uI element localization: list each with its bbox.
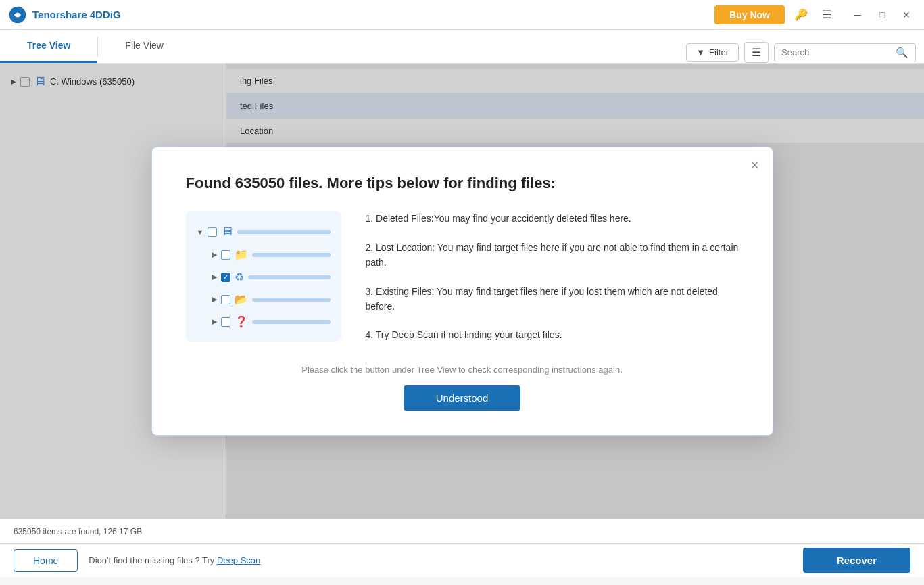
modal-close-button[interactable]: × [751,158,759,172]
modal-illustration: ▼ 🖥 ▶ 📁 ▶ ✓ [186,211,341,342]
tip-3: 4. Try Deep Scan if not finding your tar… [366,327,739,342]
statusbar-text: 635050 items are found, 126.17 GB [14,527,142,536]
illus-check-3 [221,295,230,304]
bottombar: Home Didn't find the missing files ? Try… [0,543,924,577]
understood-button[interactable]: Understood [404,385,521,411]
illus-folder-4: ❓ [235,315,248,328]
illus-row-0: ▼ 🖥 [197,225,331,239]
modal-dialog: × Found 635050 files. More tips below fo… [151,147,773,435]
close-button[interactable]: ✕ [897,5,916,24]
list-view-button[interactable]: ☰ [744,42,769,63]
illus-arrow-3: ▶ [212,295,217,304]
illus-arrow-1: ▶ [212,250,217,259]
illus-line-4 [252,320,331,324]
app-name: Tenorshare 4DDiG [32,9,121,20]
illus-check-1 [221,250,230,260]
search-box[interactable]: 🔍 [774,43,916,62]
modal-body: ▼ 🖥 ▶ 📁 ▶ ✓ [186,211,739,342]
titlebar-actions: Buy Now 🔑 ☰ ─ □ ✕ [714,5,916,24]
tip-2: 3. Existing Files: You may find target f… [366,284,739,314]
illus-line-3 [252,298,331,302]
app-logo-icon [8,5,27,24]
illus-row-3: ▶ 📂 [197,293,331,306]
maximize-button[interactable]: □ [873,5,892,24]
illus-arrow-4: ▶ [212,317,217,326]
menu-icon[interactable]: ☰ [817,5,836,24]
filter-icon: ▼ [696,47,705,57]
home-button[interactable]: Home [14,549,78,572]
illus-row-1: ▶ 📁 [197,248,331,261]
illus-line-0 [237,230,330,234]
tip-0: 1. Deleted Files:You may find your accid… [366,211,739,226]
modal-footer: Please click the button under Tree View … [186,365,739,411]
illus-line-1 [252,253,331,257]
tabbar: Tree View File View ▼ Filter ☰ 🔍 [0,30,924,64]
illus-line-2 [248,275,331,279]
tip-1: 2. Lost Location: You may find target fi… [366,240,739,271]
main-area: ▶ 🖥 C: Windows (635050) ing Files ted Fi… [0,64,924,519]
tab-tree-view[interactable]: Tree View [0,30,97,63]
modal-overlay: × Found 635050 files. More tips below fo… [0,64,924,519]
illus-folder-2: ♻ [235,271,244,283]
deep-scan-link[interactable]: Deep Scan [217,555,260,565]
filter-button[interactable]: ▼ Filter [686,43,739,62]
illus-check-0 [208,227,217,237]
tabbar-right: ▼ Filter ☰ 🔍 [678,42,924,63]
modal-tips: 1. Deleted Files:You may find your accid… [366,211,739,342]
key-icon[interactable]: 🔑 [792,5,810,24]
illus-row-4: ▶ ❓ [197,315,331,328]
window-controls: ─ □ ✕ [848,5,916,24]
tab-file-view[interactable]: File View [98,30,191,63]
illus-folder-0: 🖥 [221,225,233,239]
illus-check-2: ✓ [221,273,230,282]
illus-folder-1: 📁 [235,248,248,261]
list-icon: ☰ [752,47,761,58]
buy-now-button[interactable]: Buy Now [714,5,785,24]
app-logo: Tenorshare 4DDiG [8,5,121,24]
search-icon: 🔍 [896,47,908,59]
illus-arrow-2: ▶ [212,273,217,281]
modal-title: Found 635050 files. More tips below for … [186,174,739,192]
minimize-button[interactable]: ─ [848,5,867,24]
illus-check-4 [221,317,230,327]
illus-arrow-0: ▼ [197,228,204,236]
statusbar: 635050 items are found, 126.17 GB [0,519,924,543]
recover-button[interactable]: Recover [803,548,910,573]
bottom-hint: Didn't find the missing files ? Try Deep… [89,555,263,565]
footer-hint: Please click the button under Tree View … [186,365,739,375]
illus-row-2: ▶ ✓ ♻ [197,271,331,283]
search-input[interactable] [781,47,896,57]
illus-folder-3: 📂 [235,293,248,306]
titlebar: Tenorshare 4DDiG Buy Now 🔑 ☰ ─ □ ✕ [0,0,924,30]
